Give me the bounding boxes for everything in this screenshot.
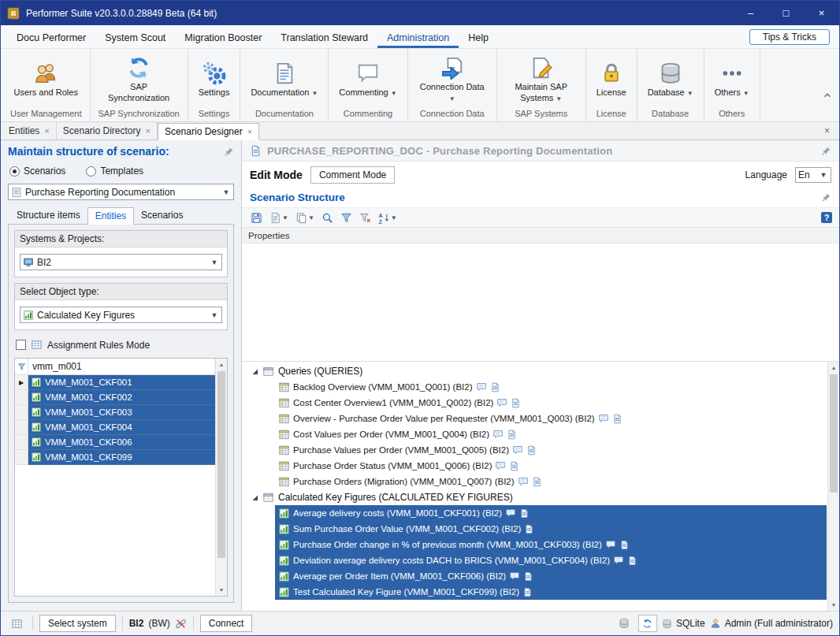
menu-docu-performer[interactable]: Docu Performer — [7, 25, 95, 48]
left-tab-scenarios[interactable]: Scenarios — [134, 207, 190, 224]
copy-button[interactable]: ▼ — [293, 210, 317, 225]
left-tab-structure-items[interactable]: Structure items — [9, 207, 87, 224]
save-button[interactable] — [248, 210, 265, 225]
document-icon[interactable] — [612, 414, 623, 424]
tree-item[interactable]: Sum Purchase Order Value (VMM_M001_CKF00… — [275, 521, 827, 537]
grid-row[interactable]: ▶VMM_M001_CKF001 — [15, 375, 215, 390]
connect-button[interactable]: Connect — [200, 615, 253, 632]
tree-item[interactable]: Purchase Order change in % of previous m… — [275, 537, 827, 552]
document-icon[interactable] — [526, 445, 537, 456]
grid-scrollbar[interactable]: ▲ ▼ — [215, 359, 227, 596]
users-and-roles-button[interactable]: Users and Roles — [11, 60, 81, 99]
tree-scrollbar[interactable]: ▲ ▼ — [827, 362, 839, 611]
comment-icon[interactable] — [496, 397, 507, 408]
license-button[interactable]: License — [593, 60, 630, 99]
menu-migration-booster[interactable]: Migration Booster — [175, 25, 271, 48]
collapse-icon[interactable] — [251, 368, 258, 375]
document-icon[interactable] — [509, 461, 519, 471]
search-button[interactable] — [319, 210, 336, 225]
grid-row[interactable]: VMM_M001_CKF006 — [15, 435, 215, 450]
sort-button[interactable]: AZ▼ — [376, 210, 400, 225]
templates-radio[interactable]: Templates — [86, 166, 143, 177]
titlebar[interactable]: Performer Suite v20.3.0.0.28849 Beta (64… — [1, 1, 839, 25]
maximize-button[interactable]: □ — [768, 1, 804, 25]
settings-button[interactable]: Settings — [195, 60, 233, 99]
comment-mode-button[interactable]: Comment Mode — [310, 166, 395, 184]
scroll-down-icon[interactable]: ▼ — [216, 584, 227, 596]
close-button[interactable]: × — [804, 1, 839, 25]
tree-item[interactable]: Average per Order Item (VMM_M001_CKF006)… — [275, 568, 827, 584]
tab-scenario-directory[interactable]: Scenario Directory× — [57, 122, 158, 139]
comment-icon[interactable] — [492, 429, 504, 440]
menu-system-scout[interactable]: System Scout — [95, 25, 175, 48]
chevron-down-icon[interactable]: ▼ — [818, 171, 829, 179]
commenting-button[interactable]: Commenting ▼ — [336, 60, 400, 99]
left-tab-entities[interactable]: Entities — [87, 207, 134, 225]
tree-item[interactable]: Purchase Order Status (VMM_M001_Q006) (B… — [275, 458, 827, 474]
assignment-rules-row[interactable]: Assignment Rules Mode — [16, 339, 226, 351]
menu-help[interactable]: Help — [459, 25, 498, 48]
tree-item[interactable]: Purchase Values per Order (VMM_M001_Q005… — [275, 442, 827, 458]
filter-icon[interactable] — [17, 363, 26, 371]
comment-icon[interactable] — [518, 476, 529, 487]
sap-synchronization-button[interactable]: SAP Synchronization — [102, 54, 176, 104]
pin-icon[interactable] — [821, 146, 831, 156]
pin-icon[interactable] — [224, 147, 234, 157]
comment-icon[interactable] — [512, 444, 523, 456]
system-combo[interactable]: BI2 ▼ — [20, 254, 222, 270]
document-icon[interactable] — [511, 398, 521, 408]
close-tab-icon[interactable]: × — [44, 126, 49, 136]
tab-scenario-designer[interactable]: Scenario Designer× — [158, 123, 259, 140]
scenario-combo[interactable]: Purchase Reporting Documentation ▼ — [8, 184, 234, 200]
comment-icon[interactable] — [495, 460, 506, 471]
tree-item[interactable]: Backlog Overview (VMM_M001_Q001) (BI2) — [275, 379, 827, 395]
help-button[interactable]: ? — [820, 211, 833, 224]
document-icon[interactable] — [519, 508, 530, 519]
export-button[interactable]: ▼ — [267, 210, 291, 225]
pin-icon[interactable] — [821, 192, 831, 203]
collapse-icon[interactable] — [251, 494, 258, 501]
tree-item[interactable]: Average delivery costs (VMM_M001_CKF001)… — [275, 505, 827, 521]
close-tab-icon[interactable]: × — [146, 126, 151, 136]
tree-group[interactable]: Calculated Key Figures (CALCULATED KEY F… — [243, 489, 827, 505]
document-icon[interactable] — [523, 571, 533, 582]
comment-icon[interactable] — [598, 413, 609, 424]
filter-button[interactable] — [338, 210, 355, 225]
tree-item[interactable]: Deviation average delivery costs DACH to… — [275, 552, 827, 568]
tips-tricks-button[interactable]: Tips & Tricks — [749, 29, 830, 45]
comment-icon[interactable] — [509, 571, 520, 582]
sync-database-button[interactable] — [638, 615, 657, 632]
document-icon[interactable] — [490, 382, 500, 392]
tree-group[interactable]: Queries (QUERIES) — [243, 363, 827, 379]
comment-icon[interactable] — [605, 539, 616, 550]
scroll-thumb[interactable] — [217, 371, 225, 558]
document-icon[interactable] — [532, 477, 542, 487]
chevron-down-icon[interactable]: ▼ — [209, 258, 220, 266]
menu-administration[interactable]: Administration — [377, 25, 459, 48]
scroll-up-icon[interactable]: ▲ — [216, 359, 227, 370]
scroll-down-icon[interactable]: ▼ — [828, 599, 839, 611]
filter-input[interactable]: vmm_m001 — [28, 359, 215, 374]
clear-filter-button[interactable] — [357, 210, 374, 225]
tab-entities[interactable]: Entities× — [2, 122, 57, 139]
database-button[interactable]: Database ▼ — [645, 60, 697, 99]
grid-row[interactable]: VMM_M001_CKF003 — [15, 405, 215, 420]
scenarios-radio[interactable]: Scenarios — [9, 166, 65, 177]
grid-row[interactable]: VMM_M001_CKF002 — [15, 390, 215, 405]
scroll-thumb[interactable] — [830, 374, 838, 493]
comment-icon[interactable] — [613, 555, 624, 566]
assignment-checkbox[interactable] — [16, 340, 26, 350]
grid-row[interactable]: VMM_M001_CKF099 — [15, 450, 215, 465]
menu-translation-steward[interactable]: Translation Steward — [271, 25, 377, 48]
comment-icon[interactable] — [505, 508, 516, 519]
chevron-down-icon[interactable]: ▼ — [209, 311, 220, 319]
tree-item[interactable]: Purchase Orders (Migration) (VMM_M001_Q0… — [275, 474, 827, 489]
object-type-combo[interactable]: Calculated Key Figures ▼ — [20, 307, 222, 323]
document-icon[interactable] — [522, 587, 533, 597]
grid-row[interactable]: VMM_M001_CKF004 — [15, 420, 215, 435]
minimize-button[interactable]: – — [733, 1, 768, 25]
documentation-button[interactable]: Documentation ▼ — [247, 60, 321, 99]
properties-area[interactable] — [242, 244, 839, 362]
document-icon[interactable] — [619, 540, 630, 550]
tree-item[interactable]: Cost Center Overview1 (VMM_M001_Q002) (B… — [275, 395, 827, 411]
